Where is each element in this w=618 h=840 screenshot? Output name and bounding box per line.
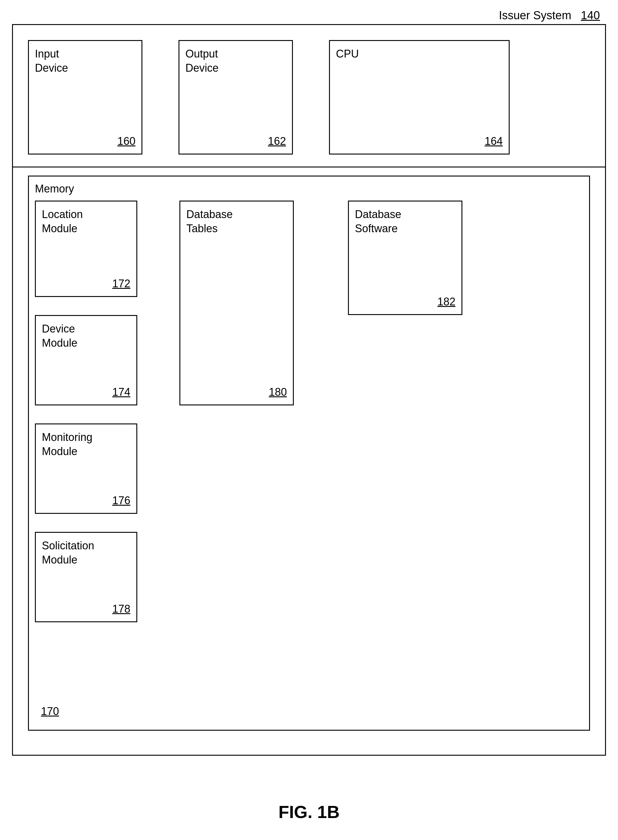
- monitoring-module-label: MonitoringModule: [42, 430, 130, 459]
- solicitation-module-label: SolicitationModule: [42, 539, 130, 567]
- input-device-box: InputDevice 160: [28, 40, 143, 155]
- cpu-ref: 164: [485, 135, 503, 147]
- database-tables-label: DatabaseTables: [186, 207, 287, 236]
- outer-box: InputDevice 160 OutputDevice 162 CPU 164…: [12, 24, 606, 756]
- database-tables-box: DatabaseTables 180: [180, 201, 294, 405]
- cpu-label: CPU: [336, 47, 503, 61]
- database-software-box: DatabaseSoftware 182: [348, 201, 462, 315]
- location-module-label: LocationModule: [42, 207, 130, 236]
- solicitation-module-ref: 178: [112, 603, 130, 615]
- output-device-ref: 162: [268, 135, 286, 147]
- input-device-label: InputDevice: [35, 47, 135, 75]
- location-module-ref: 172: [112, 277, 130, 290]
- cpu-box: CPU 164: [329, 40, 510, 155]
- output-device-box: OutputDevice 162: [178, 40, 293, 155]
- location-module-box: LocationModule 172: [35, 201, 137, 297]
- monitoring-module-box: MonitoringModule 176: [35, 423, 137, 514]
- device-module-label: DeviceModule: [42, 322, 130, 350]
- memory-label: Memory: [35, 183, 74, 195]
- fig-label: FIG. 1B: [278, 802, 340, 822]
- divider-line: [13, 167, 605, 167]
- memory-ref: 170: [41, 705, 59, 718]
- database-tables-ref: 180: [269, 386, 287, 398]
- issuer-system-label: Issuer System 140: [499, 9, 600, 22]
- database-software-label: DatabaseSoftware: [355, 207, 455, 236]
- input-device-ref: 160: [117, 135, 135, 147]
- output-device-label: OutputDevice: [186, 47, 286, 75]
- top-row: InputDevice 160 OutputDevice 162 CPU 164: [28, 40, 590, 155]
- issuer-system-text: Issuer System: [499, 9, 571, 22]
- device-module-box: DeviceModule 174: [35, 315, 137, 405]
- database-software-ref: 182: [437, 295, 455, 308]
- page-container: Issuer System 140 InputDevice 160 Output…: [0, 0, 618, 840]
- memory-box: Memory LocationModule 172 DeviceModule 1…: [28, 176, 590, 731]
- monitoring-module-ref: 176: [112, 494, 130, 507]
- issuer-system-ref: 140: [581, 9, 600, 22]
- device-module-ref: 174: [112, 386, 130, 398]
- solicitation-module-box: SolicitationModule 178: [35, 532, 137, 622]
